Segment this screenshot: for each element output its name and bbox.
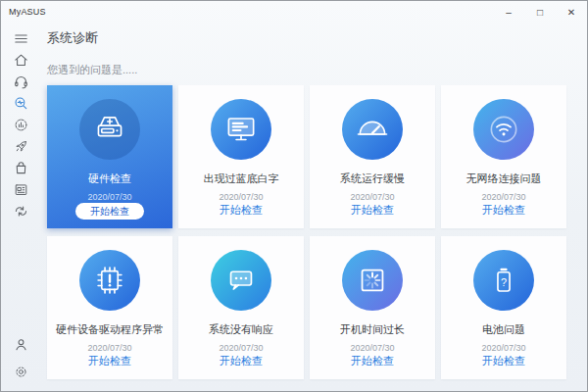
card-date: 2020/07/30 — [87, 343, 131, 353]
sidebar-item-menu[interactable] — [1, 27, 40, 49]
card-date: 2020/07/30 — [481, 343, 525, 353]
card-title: 电池问题 — [482, 323, 525, 336]
speedometer-icon — [342, 99, 403, 160]
diagnostic-card[interactable]: 硬件设备驱动程序异常 2020/07/30 开始检查 — [47, 236, 172, 379]
battery-question-icon: ? — [473, 250, 534, 311]
card-date: 2020/07/30 — [481, 192, 525, 202]
diagnostic-card[interactable]: 系统运行缓慢 2020/07/30 开始检查 — [310, 85, 435, 228]
card-date: 2020/07/30 — [219, 343, 263, 353]
card-date: 2020/07/30 — [350, 343, 394, 353]
app-title: MyASUS — [9, 7, 46, 17]
close-button[interactable]: ✕ — [556, 1, 587, 23]
app-body: 系统诊断 您遇到的问题是..... 硬件检查 2020/07/30 开始检查 出… — [1, 23, 587, 391]
card-title: 系统没有响应 — [209, 323, 273, 336]
diagnostic-card[interactable]: 无网络连接问题 2020/07/30 开始检查 — [441, 85, 566, 228]
chat-icon — [211, 250, 271, 311]
diagnostic-card[interactable]: ? 电池问题 2020/07/30 开始检查 — [441, 236, 566, 379]
diagnostic-card[interactable]: 开机时间过长 2020/07/30 开始检查 — [310, 236, 435, 379]
card-date: 2020/07/30 — [219, 192, 263, 202]
sidebar-item-news[interactable] — [1, 178, 40, 200]
menu-icon — [13, 30, 29, 47]
sync-icon — [13, 203, 29, 220]
card-title: 无网络连接问题 — [466, 172, 542, 185]
start-check-button[interactable]: 开始检查 — [351, 203, 394, 218]
start-check-button[interactable]: 开始检查 — [482, 203, 525, 218]
card-title: 出现过蓝底白字 — [204, 172, 279, 185]
stats-icon — [13, 117, 29, 133]
card-title: 开机时间过长 — [340, 323, 405, 336]
bag-icon — [13, 160, 29, 176]
rocket-icon — [13, 138, 29, 155]
user-icon — [13, 336, 29, 353]
sidebar-item-store[interactable] — [1, 157, 40, 178]
card-grid: 硬件检查 2020/07/30 开始检查 出现过蓝底白字 2020/07/30 … — [47, 85, 587, 379]
title-bar: MyASUS – □ ✕ — [1, 1, 587, 23]
sidebar-top — [1, 27, 40, 221]
sidebar-item-customer-service[interactable] — [1, 71, 40, 92]
start-check-button[interactable]: 开始检查 — [482, 354, 525, 368]
sidebar-item-account[interactable] — [1, 330, 40, 358]
sidebar-item-hardware-settings[interactable] — [1, 114, 40, 135]
chip-alert-icon — [79, 250, 140, 311]
home-icon — [13, 52, 29, 69]
start-check-button[interactable]: 开始检查 — [351, 354, 394, 368]
loading-screen-icon — [342, 250, 403, 311]
maximize-button[interactable]: □ — [524, 1, 556, 23]
wifi-icon — [473, 99, 534, 160]
sidebar — [1, 23, 40, 391]
card-title: 硬件检查 — [88, 172, 131, 185]
harddrive-icon — [79, 99, 140, 160]
settings-icon — [13, 364, 29, 380]
sidebar-item-settings[interactable] — [1, 358, 40, 385]
page-title: 系统诊断 — [47, 30, 587, 46]
start-check-button[interactable]: 开始检查 — [75, 203, 144, 220]
main-content: 系统诊断 您遇到的问题是..... 硬件检查 2020/07/30 开始检查 出… — [40, 23, 587, 391]
headset-icon — [13, 74, 29, 90]
sidebar-bottom — [1, 330, 40, 385]
window-controls: – □ ✕ — [493, 1, 587, 23]
diagnostic-card[interactable]: 系统没有响应 2020/07/30 开始检查 — [178, 236, 304, 379]
minimize-button[interactable]: – — [493, 1, 524, 23]
diagnostic-card[interactable]: 出现过蓝底白字 2020/07/30 开始检查 — [178, 85, 304, 228]
card-title: 硬件设备驱动程序异常 — [56, 323, 164, 336]
myasus-window: MyASUS – □ ✕ 系统诊断 您遇到的问题是..... 硬件检查 2020… — [0, 0, 588, 392]
start-check-button[interactable]: 开始检查 — [220, 354, 263, 368]
sidebar-item-system-diagnosis[interactable] — [1, 92, 40, 114]
sidebar-item-home[interactable] — [1, 49, 40, 71]
card-date: 2020/07/30 — [350, 192, 394, 202]
diagnostic-card[interactable]: 硬件检查 2020/07/30 开始检查 — [47, 85, 172, 228]
start-check-button[interactable]: 开始检查 — [220, 203, 263, 218]
card-date: 2020/07/30 — [87, 192, 131, 202]
diagnostics-icon — [13, 95, 29, 112]
sidebar-item-app-center[interactable] — [1, 135, 40, 157]
card-title: 系统运行缓慢 — [340, 172, 405, 185]
start-check-button[interactable]: 开始检查 — [88, 354, 131, 368]
svg-text:?: ? — [501, 276, 507, 288]
news-icon — [13, 181, 29, 198]
bluescreen-icon — [211, 99, 271, 160]
sidebar-item-link-sync[interactable] — [1, 200, 40, 221]
intro-text: 您遇到的问题是..... — [47, 64, 587, 75]
